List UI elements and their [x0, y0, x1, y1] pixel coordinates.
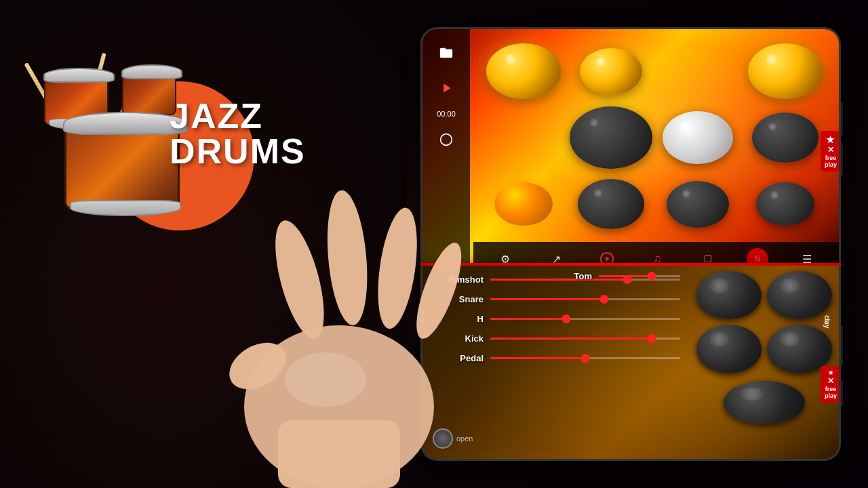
cymbal-control: open	[433, 428, 473, 449]
drum-pad-6[interactable]	[752, 113, 818, 163]
screen-separator	[420, 263, 841, 266]
svg-point-0	[441, 134, 452, 146]
sliders-container: Rimshot Tom Snare	[429, 274, 687, 373]
drum-pad-9[interactable]	[667, 181, 729, 228]
star-icon-top: ★	[826, 134, 835, 145]
tom-slider-row: Tom	[565, 271, 701, 281]
open-label: open	[456, 434, 473, 443]
phone-top: SAMSUNG 00:00	[420, 27, 841, 278]
kick-label: Kick	[429, 333, 484, 344]
kick-slider-row: Kick	[429, 333, 687, 344]
kick-fill	[490, 338, 652, 340]
pedal-track[interactable]	[490, 357, 680, 359]
cymbal-pad[interactable]	[433, 428, 453, 449]
svg-marker-2	[606, 256, 610, 261]
snare-fill	[490, 298, 604, 300]
tom-label-slider: Tom	[565, 271, 592, 281]
drum-pad-8[interactable]	[578, 179, 644, 229]
bottom-pad-3[interactable]	[696, 325, 762, 373]
tom-track[interactable]	[599, 275, 680, 277]
drum-pad-5[interactable]	[663, 111, 733, 164]
kick-track[interactable]	[490, 338, 680, 340]
pedal-label: Pedal	[429, 353, 484, 363]
drum-small-right	[122, 71, 176, 115]
phone-bottom: Rimshot Tom Snare	[420, 264, 841, 461]
snare-thumb[interactable]	[600, 295, 609, 304]
hihat-fill	[490, 318, 566, 320]
x-icon-bottom: ✕	[827, 376, 834, 386]
drum-pad-4[interactable]	[570, 106, 653, 169]
x-icon-top: ✕	[827, 145, 834, 155]
timer-display: 00:00	[437, 110, 456, 118]
snare-slider-row: Snare	[429, 294, 687, 304]
drum-pads-grid	[477, 35, 832, 241]
app-logo: JAZZ DRUMS	[170, 98, 306, 169]
hihat-slider-row: H	[429, 314, 687, 324]
bottom-pad-kick[interactable]	[724, 381, 805, 424]
tom-fill	[599, 275, 652, 277]
snare-track[interactable]	[490, 298, 680, 300]
free-play-badge-top[interactable]: ★ ✕ free play	[821, 131, 841, 171]
screen-bottom: Rimshot Tom Snare	[422, 264, 839, 459]
snare-label: Snare	[429, 294, 484, 304]
side-toolbar: 00:00	[422, 29, 470, 276]
kick-thumb[interactable]	[648, 334, 656, 343]
record-button[interactable]	[431, 126, 461, 153]
bottom-pad-1[interactable]	[696, 271, 762, 319]
tom-thumb[interactable]	[648, 272, 656, 281]
rimshot-label: Rimshot	[429, 274, 484, 285]
drum-pad-7[interactable]	[494, 182, 553, 226]
drum-pad-1[interactable]	[486, 43, 561, 100]
star-icon-bottom: ★	[828, 369, 833, 376]
hihat-thumb[interactable]	[562, 314, 571, 323]
drum-pad-empty-1	[660, 43, 735, 100]
pedal-thumb[interactable]	[581, 354, 590, 363]
play-label-bottom: play	[825, 392, 837, 399]
drum-pad-3[interactable]	[748, 43, 823, 100]
free-play-badge-bottom[interactable]: ★ ✕ free play	[821, 366, 841, 403]
bottom-pad-2[interactable]	[767, 271, 832, 319]
free-label-top: free	[825, 155, 837, 161]
folder-button[interactable]	[431, 39, 461, 66]
drum-pad-empty-2	[486, 110, 561, 166]
play-label-top: play	[825, 161, 837, 168]
screen-top: 00:00 ⚙ ↗	[422, 29, 839, 276]
drum-body-main	[64, 122, 180, 210]
free-label-bottom: free	[825, 386, 837, 392]
logo-line2: DRUMS	[170, 134, 306, 169]
bottom-drum-pads	[696, 271, 832, 427]
drum-pad-2[interactable]	[580, 48, 642, 95]
pedal-fill	[490, 357, 585, 359]
hihat-track[interactable]	[490, 318, 680, 320]
drum-pad-10[interactable]	[756, 182, 814, 226]
logo-line1: JAZZ	[170, 98, 306, 134]
hihat-label: H	[429, 314, 484, 324]
play-button[interactable]	[431, 75, 461, 102]
pedal-slider-row: Pedal	[429, 353, 687, 363]
